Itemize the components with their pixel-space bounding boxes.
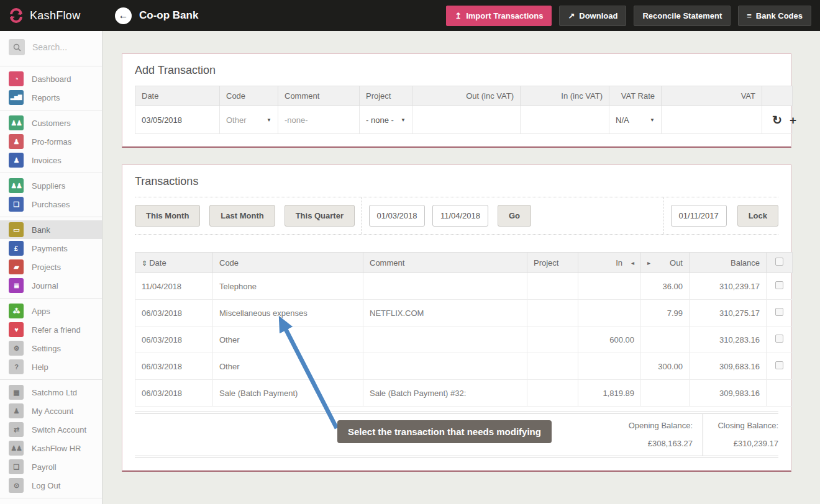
- sort-icon[interactable]: ⇕: [142, 259, 147, 267]
- collapse-left-icon[interactable]: ◂: [631, 259, 634, 266]
- back-button[interactable]: ←: [115, 7, 132, 24]
- sidebar-item-bank[interactable]: ▭ Bank: [0, 220, 102, 239]
- sidebar-item-kashflow-hr[interactable]: ♟♟ KashFlow HR: [0, 439, 102, 457]
- sidebar-item-refer-a-friend[interactable]: ♥ Refer a friend: [0, 320, 102, 339]
- col-project: Project: [527, 253, 578, 273]
- sidebar-item-invoices[interactable]: ♟ Invoices: [0, 151, 102, 169]
- select-all-checkbox[interactable]: [775, 258, 783, 266]
- date-to-input[interactable]: [432, 205, 488, 227]
- sidebar-item-apps[interactable]: ⁂ Apps: [0, 302, 102, 320]
- table-row[interactable]: 06/03/2018 Miscellaneous expenses NETFLI…: [135, 300, 793, 326]
- table-row[interactable]: 06/03/2018 Other 600.00 310,283.16: [135, 326, 793, 353]
- sidebar-item-label: Suppliers: [32, 181, 65, 191]
- sidebar-item-label: My Account: [32, 407, 73, 416]
- sidebar-item-customers[interactable]: ♟♟ Customers: [0, 114, 102, 132]
- date-from-input[interactable]: [369, 205, 425, 227]
- cell-out: [641, 326, 690, 353]
- collapse-right-icon[interactable]: ▸: [647, 259, 650, 266]
- bank-codes-button[interactable]: ≡ Bank Codes: [738, 6, 811, 26]
- sidebar-item-settings[interactable]: ⚙ Settings: [0, 339, 102, 358]
- sidebar: ◔ Dashboard ▂▅▇ Reports ♟♟ Customers ♟ P…: [0, 31, 102, 504]
- go-button[interactable]: Go: [498, 205, 531, 227]
- sidebar-item-label: Purchases: [32, 200, 70, 209]
- date-field[interactable]: [142, 115, 213, 125]
- this-quarter-button[interactable]: This Quarter: [285, 205, 355, 227]
- col-comment: Comment: [363, 253, 527, 273]
- cell-balance: 310,275.17: [690, 300, 767, 326]
- closing-balance-label: Closing Balance:: [712, 414, 778, 434]
- cell-date: 06/03/2018: [135, 380, 213, 407]
- in-amount-field[interactable]: [527, 115, 603, 125]
- lock-date-input[interactable]: [671, 205, 727, 227]
- sidebar-item-help[interactable]: ? Help: [0, 358, 102, 376]
- reconcile-statement-label: Reconcile Statement: [642, 11, 722, 20]
- sidebar-item-suppliers[interactable]: ♟♟ Suppliers: [0, 176, 102, 195]
- table-row[interactable]: 11/04/2018 Telephone 36.00 310,239.17: [135, 273, 793, 300]
- cell-project: [527, 326, 578, 353]
- sidebar-item-purchases[interactable]: ❑ Purchases: [0, 195, 102, 214]
- refresh-icon[interactable]: ↻: [768, 114, 786, 127]
- closing-balance-value: £310,239.17: [712, 434, 778, 456]
- opening-balance-label: Opening Balance:: [629, 414, 693, 434]
- cell-balance: 309,983.16: [690, 380, 767, 407]
- sidebar-item-log-out[interactable]: ⊙ Log Out: [0, 476, 102, 495]
- sidebar-item-dashboard[interactable]: ◔ Dashboard: [0, 70, 102, 88]
- vat-amount-field[interactable]: [668, 115, 755, 125]
- sidebar-item-satchmo-ltd[interactable]: ▦ Satchmo Ltd: [0, 383, 102, 402]
- closing-balance: Closing Balance: £310,239.17: [703, 414, 778, 456]
- search-input[interactable]: [32, 42, 94, 52]
- sidebar-item-label: Dashboard: [32, 74, 71, 84]
- last-month-button[interactable]: Last Month: [209, 205, 275, 227]
- sidebar-item-label: Payroll: [32, 462, 57, 472]
- top-bar: KashFlow ← Co-op Bank ↥ Import Transacti…: [0, 0, 820, 31]
- sidebar-item-switch-account[interactable]: ⇄ Switch Account: [0, 420, 102, 439]
- switch-icon: ⇄: [9, 422, 24, 437]
- cell-date: 06/03/2018: [135, 300, 213, 326]
- cell-project: [527, 273, 578, 300]
- customers-icon: ♟♟: [9, 115, 24, 130]
- row-checkbox[interactable]: [775, 308, 783, 316]
- sidebar-item-label: Refer a friend: [32, 325, 81, 335]
- project-select[interactable]: - none - ▼: [366, 115, 406, 125]
- col-in-label: In: [585, 258, 631, 268]
- cell-code: Other: [213, 353, 363, 380]
- search-row: [0, 31, 102, 63]
- table-row[interactable]: 06/03/2018 Other 300.00 309,683.16: [135, 353, 793, 380]
- search-icon[interactable]: [9, 39, 25, 55]
- import-transactions-button[interactable]: ↥ Import Transactions: [446, 6, 552, 26]
- cell-out: 36.00: [641, 273, 690, 300]
- comment-field[interactable]: [285, 115, 353, 125]
- lock-button[interactable]: Lock: [737, 205, 778, 227]
- sidebar-item-pro-formas[interactable]: ♟ Pro-formas: [0, 132, 102, 151]
- apps-icon: ⁂: [9, 304, 24, 318]
- cell-code: Miscellaneous expenses: [213, 300, 363, 326]
- reconcile-statement-button[interactable]: Reconcile Statement: [634, 6, 731, 26]
- table-row[interactable]: 06/03/2018 Sale (Batch Payment) Sale (Ba…: [135, 380, 793, 407]
- out-amount-field[interactable]: [419, 115, 514, 125]
- filter-bar: This Month Last Month This Quarter Go Lo…: [135, 197, 778, 235]
- main-content: Add Transaction Date Code Comment Projec…: [102, 0, 820, 472]
- sidebar-item-journal[interactable]: ≣ Journal: [0, 276, 102, 295]
- project-select-value: - none -: [366, 115, 394, 125]
- row-checkbox[interactable]: [775, 335, 783, 343]
- code-select-value: Other: [226, 115, 247, 125]
- row-checkbox[interactable]: [775, 361, 783, 369]
- code-select[interactable]: Other ▼: [226, 115, 271, 125]
- payments-icon: £: [9, 241, 24, 256]
- row-checkbox[interactable]: [775, 281, 783, 289]
- add-row-button[interactable]: +: [786, 114, 800, 127]
- gear-icon: ⚙: [9, 341, 24, 356]
- chevron-down-icon: ▼: [266, 117, 271, 123]
- sidebar-item-reports[interactable]: ▂▅▇ Reports: [0, 88, 102, 107]
- download-button[interactable]: ↗ Download: [559, 6, 626, 26]
- sidebar-item-payments[interactable]: £ Payments: [0, 239, 102, 258]
- sidebar-item-projects[interactable]: ▰ Projects: [0, 258, 102, 276]
- sidebar-item-my-account[interactable]: ♟ My Account: [0, 402, 102, 420]
- suppliers-icon: ♟♟: [9, 178, 24, 193]
- vat-rate-select[interactable]: N/A ▼: [616, 115, 655, 125]
- this-month-button[interactable]: This Month: [135, 205, 200, 227]
- cell-in: 600.00: [578, 326, 641, 353]
- divider: [0, 110, 102, 110]
- add-transaction-input-row: Other ▼ - none - ▼: [135, 106, 793, 134]
- sidebar-item-payroll[interactable]: ❑ Payroll: [0, 457, 102, 476]
